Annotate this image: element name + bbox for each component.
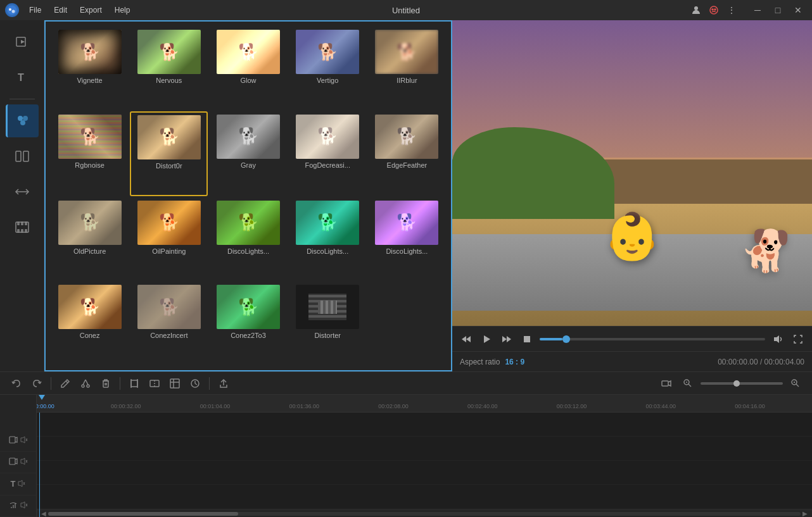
export-button[interactable] (215, 375, 232, 392)
effect-distorter[interactable]: Distorter (289, 282, 367, 365)
svg-rect-20 (18, 230, 19, 232)
timeline-track-video1[interactable] (37, 413, 812, 437)
pencil-button[interactable] (56, 375, 74, 392)
effect-fogdecrease[interactable]: 🐕 FogDecreasi... (289, 111, 367, 196)
svg-text:T: T (18, 72, 24, 83)
sidebar-divider (10, 99, 35, 99)
fullscreen-icon[interactable] (790, 332, 806, 347)
effect-vertigo[interactable]: 🐕 Vertigo (289, 27, 367, 110)
toolbar-divider-1 (51, 377, 51, 390)
timecode: 00:00:00.00 / 00:00:04.00 (718, 358, 804, 366)
undo-button[interactable] (8, 375, 25, 392)
fast-forward-button[interactable] (499, 332, 514, 347)
effect-disco2[interactable]: 🐕 DiscoLights... (289, 197, 367, 281)
time-ruler[interactable]: 00:00:00.00 00:00:32.00 00:01:04.00 00:0… (37, 395, 812, 413)
svg-line-53 (688, 384, 691, 387)
menu-help[interactable]: Help (110, 4, 136, 16)
scroll-right-arrow[interactable]: ▶ (801, 510, 809, 517)
svg-rect-17 (18, 222, 19, 225)
ruler-mark-2: 00:01:04.00 (200, 403, 231, 409)
track-mute-video2[interactable] (20, 458, 28, 466)
zoom-search-minus[interactable] (679, 375, 697, 392)
cut-button[interactable] (77, 375, 94, 392)
svg-point-11 (23, 116, 28, 121)
effect-conez[interactable]: 🐕 Conez (51, 282, 129, 365)
sidebar-item-transitions[interactable] (6, 140, 39, 173)
effect-conezincert[interactable]: 🐕 ConezIncert (130, 282, 208, 365)
redo-button[interactable] (28, 375, 46, 392)
scroll-left-arrow[interactable]: ◀ (39, 510, 48, 517)
maximize-button[interactable]: □ (769, 3, 787, 17)
sidebar-item-media[interactable] (6, 25, 39, 58)
effect-nervous[interactable]: 🐕 Nervous (130, 27, 208, 110)
h-scroll-thumb (48, 512, 238, 516)
volume-icon[interactable] (770, 332, 785, 347)
window-title: Untitled (392, 6, 420, 15)
progress-fill (540, 338, 562, 340)
more-icon[interactable]: ⋮ (725, 3, 739, 17)
svg-line-57 (796, 384, 799, 387)
effect-distort0r[interactable]: 🐕 Distort0r (130, 111, 208, 196)
sidebar-item-effects[interactable] (6, 104, 39, 137)
zoom-out-button[interactable] (657, 375, 675, 392)
svg-point-2 (12, 10, 15, 13)
sidebar-item-filmstrip[interactable] (6, 211, 39, 244)
timeline-track-audio[interactable] (37, 485, 812, 509)
menu-export[interactable]: Export (75, 4, 107, 16)
play-button[interactable] (479, 332, 494, 347)
sidebar-item-arrows[interactable] (6, 175, 39, 208)
menu-file[interactable]: File (24, 4, 46, 16)
h-scrollbar[interactable]: ◀ ▶ (37, 509, 812, 517)
progress-bar[interactable] (540, 338, 765, 340)
effect-disco3-label: DiscoLights... (375, 247, 438, 255)
minimize-button[interactable]: ─ (749, 3, 766, 17)
effect-gray[interactable]: 🐕 Gray (209, 111, 287, 196)
split-button[interactable] (146, 375, 163, 392)
track-mute-text[interactable] (18, 480, 25, 489)
delete-button[interactable] (97, 375, 115, 392)
user-icon[interactable] (689, 3, 703, 17)
bottom-area: T (0, 371, 812, 517)
zoom-search-plus[interactable] (787, 375, 804, 392)
svg-point-3 (694, 6, 698, 10)
effect-oilpainting[interactable]: 🐕 OilPainting (130, 197, 208, 281)
progress-thumb[interactable] (562, 335, 570, 343)
h-scroll-track[interactable] (48, 512, 801, 516)
sidebar-item-text[interactable]: T (6, 61, 39, 94)
rewind-button[interactable] (459, 332, 474, 347)
svg-rect-22 (25, 230, 27, 232)
app-icon (5, 3, 19, 17)
svg-marker-59 (21, 437, 25, 443)
crop-button[interactable] (125, 375, 143, 392)
effect-iirblur[interactable]: 🐕 IIRblur (368, 27, 446, 110)
timeline-track-video2[interactable] (37, 437, 812, 461)
window-controls: ─ □ ✕ (749, 3, 807, 17)
effect-oldpicture[interactable]: 🐕 OldPicture (51, 197, 129, 281)
face-icon[interactable] (707, 3, 721, 17)
grid-button[interactable] (166, 375, 184, 392)
effect-rgbnoise-label: Rgbnoise (58, 161, 122, 169)
stop-button[interactable] (519, 332, 535, 347)
effect-vignette[interactable]: 🐕 Vignette (51, 27, 129, 110)
track-mute-audio[interactable] (20, 501, 28, 510)
svg-rect-18 (22, 222, 23, 225)
menu-edit[interactable]: Edit (49, 4, 72, 16)
effect-disco1[interactable]: 🐕 DiscoLights... (209, 197, 287, 281)
zoom-slider[interactable] (701, 382, 783, 385)
close-button[interactable]: ✕ (789, 3, 807, 17)
aspect-ratio-info: Aspect ratio 16 : 9 (460, 358, 524, 366)
effect-edgefeather[interactable]: 🐕 EdgeFeather (368, 111, 446, 196)
effect-disco3[interactable]: 🐕 DiscoLights... (368, 197, 446, 281)
audio-track-icon (9, 501, 18, 511)
timeline-content: 00:00:00.00 00:00:32.00 00:01:04.00 00:0… (37, 395, 812, 517)
svg-point-6 (714, 9, 716, 10)
effect-conez2to3[interactable]: 🐕 Conez2To3 (209, 282, 287, 365)
time-button[interactable] (186, 375, 204, 392)
svg-rect-13 (16, 151, 21, 161)
effect-glow[interactable]: 🐕 Glow (209, 27, 287, 110)
svg-point-32 (87, 385, 89, 387)
effect-rgbnoise[interactable]: 🐕 Rgbnoise (51, 111, 129, 196)
track-mute-video1[interactable] (20, 436, 28, 445)
timeline-track-text[interactable] (37, 461, 812, 485)
ruler-mark-6: 00:03:12.00 (557, 403, 587, 409)
